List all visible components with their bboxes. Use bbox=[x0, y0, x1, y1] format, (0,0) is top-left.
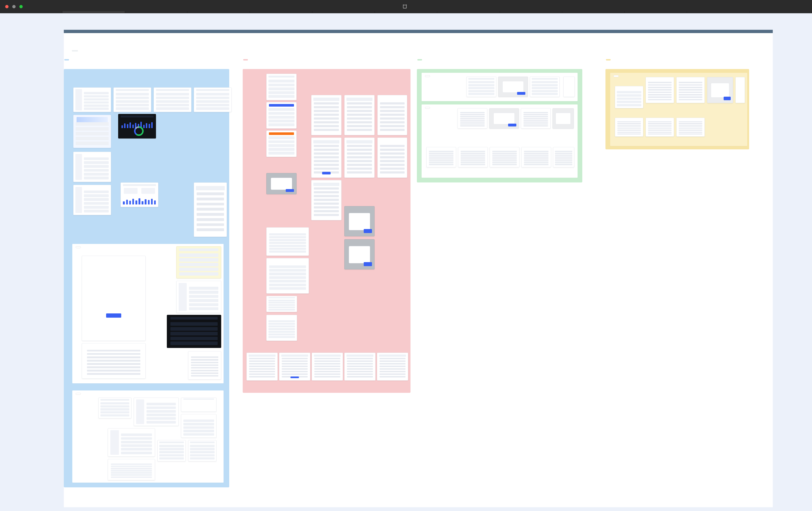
canvas-viewport[interactable] bbox=[0, 13, 812, 511]
artboard-thumbnail[interactable] bbox=[377, 95, 407, 135]
document-tab[interactable] bbox=[562, 11, 625, 13]
artboard-thumbnail[interactable] bbox=[458, 147, 488, 167]
artboard-thumbnail[interactable] bbox=[266, 296, 297, 312]
artboard-thumbnail-dark-dashboard[interactable] bbox=[118, 114, 156, 139]
artboard-thumbnail[interactable] bbox=[73, 115, 111, 148]
artboard-thumbnail[interactable] bbox=[108, 428, 155, 457]
artboard-thumbnail[interactable] bbox=[279, 353, 310, 380]
document-tab[interactable] bbox=[687, 11, 749, 13]
artboard-thumbnail[interactable] bbox=[246, 353, 278, 380]
section-panel-moodboard[interactable] bbox=[72, 391, 224, 483]
artboard-thumbnail[interactable] bbox=[553, 108, 574, 129]
artboard-thumbnail[interactable] bbox=[344, 95, 375, 135]
board[interactable] bbox=[64, 60, 773, 485]
document-tab[interactable] bbox=[125, 11, 187, 13]
artboard-thumbnail[interactable] bbox=[498, 77, 528, 97]
artboard-thumbnail-modal[interactable] bbox=[344, 206, 375, 236]
artboard-thumbnail-dark[interactable] bbox=[167, 315, 221, 348]
window-zoom-button[interactable] bbox=[19, 5, 23, 8]
artboard-thumbnail[interactable] bbox=[266, 74, 297, 100]
artboard-thumbnail[interactable] bbox=[176, 246, 221, 278]
artboard-thumbnail-modal[interactable] bbox=[344, 239, 375, 269]
artboard-thumbnail[interactable] bbox=[266, 258, 309, 293]
artboard-thumbnail[interactable] bbox=[181, 414, 216, 438]
window-minimize-button[interactable] bbox=[12, 5, 16, 8]
svg-rect-0 bbox=[403, 5, 406, 8]
artboard-thumbnail[interactable] bbox=[735, 77, 745, 103]
document-tab[interactable] bbox=[62, 11, 125, 13]
artboard-thumbnail[interactable] bbox=[426, 147, 456, 167]
document-tabstrip bbox=[0, 11, 812, 13]
artboard-thumbnail[interactable] bbox=[344, 353, 376, 380]
column-body-discover[interactable] bbox=[64, 69, 229, 487]
artboard-thumbnail[interactable] bbox=[266, 315, 297, 341]
column-label-develop bbox=[417, 59, 422, 60]
artboard-thumbnail[interactable] bbox=[311, 138, 342, 178]
document-tab[interactable] bbox=[312, 11, 375, 13]
artboard-thumbnail[interactable] bbox=[521, 147, 551, 167]
artboard-thumbnail[interactable] bbox=[73, 87, 111, 112]
artboard-thumbnail[interactable] bbox=[194, 87, 232, 112]
artboard-thumbnail-modal[interactable] bbox=[266, 173, 297, 194]
artboard-thumbnail[interactable] bbox=[466, 77, 496, 97]
artboard-thumbnail[interactable] bbox=[82, 343, 146, 379]
artboard-thumbnail[interactable] bbox=[344, 138, 375, 178]
section-panel-view-proposals[interactable] bbox=[422, 73, 578, 101]
section-panel-proposal-v1[interactable] bbox=[610, 73, 747, 146]
column-body-develop[interactable] bbox=[417, 69, 582, 182]
artboard-thumbnail[interactable] bbox=[266, 227, 309, 256]
page-frame[interactable] bbox=[64, 30, 773, 507]
artboard-thumbnail[interactable] bbox=[73, 152, 111, 182]
artboard-thumbnail[interactable] bbox=[553, 147, 574, 167]
artboard-thumbnail[interactable] bbox=[707, 77, 733, 103]
document-tab[interactable] bbox=[625, 11, 687, 13]
column-body-deliver[interactable] bbox=[605, 69, 749, 149]
artboard-thumbnail[interactable] bbox=[676, 77, 705, 103]
section-panel-section1[interactable] bbox=[72, 244, 224, 384]
artboard-thumbnail[interactable] bbox=[181, 398, 216, 412]
artboard-thumbnail[interactable] bbox=[311, 95, 342, 135]
artboard-thumbnail-analytics[interactable] bbox=[120, 182, 158, 207]
artboard-thumbnail[interactable] bbox=[82, 256, 146, 341]
artboard-thumbnail[interactable] bbox=[377, 138, 407, 178]
artboard-thumbnail[interactable] bbox=[194, 182, 227, 237]
artboard-thumbnail[interactable] bbox=[646, 77, 674, 103]
artboard-thumbnail[interactable] bbox=[676, 118, 705, 137]
artboard-thumbnail[interactable] bbox=[157, 440, 186, 461]
artboard-thumbnail[interactable] bbox=[311, 180, 342, 220]
document-tab[interactable] bbox=[250, 11, 312, 13]
artboard-thumbnail[interactable] bbox=[98, 398, 132, 418]
state-chip[interactable] bbox=[72, 50, 78, 52]
document-tab[interactable] bbox=[375, 11, 437, 13]
artboard-thumbnail[interactable] bbox=[563, 77, 575, 97]
artboard-thumbnail[interactable] bbox=[113, 87, 151, 112]
artboard-thumbnail[interactable] bbox=[615, 86, 643, 108]
artboard-thumbnail[interactable] bbox=[73, 185, 111, 215]
column-body-define[interactable] bbox=[243, 69, 410, 393]
artboard-thumbnail[interactable] bbox=[188, 351, 221, 379]
document-tab[interactable] bbox=[500, 11, 562, 13]
artboard-thumbnail[interactable] bbox=[521, 108, 551, 129]
section-panel-proposal[interactable] bbox=[422, 105, 578, 178]
artboard-thumbnail[interactable] bbox=[134, 398, 179, 426]
artboard-thumbnail[interactable] bbox=[108, 459, 155, 480]
window-titlebar bbox=[0, 0, 812, 13]
artboard-thumbnail[interactable] bbox=[154, 87, 192, 112]
artboard-thumbnail[interactable] bbox=[615, 118, 643, 137]
artboard-thumbnail[interactable] bbox=[530, 77, 560, 97]
document-tab[interactable] bbox=[187, 11, 250, 13]
artboard-thumbnail[interactable] bbox=[176, 281, 221, 313]
document-tab[interactable] bbox=[0, 11, 62, 13]
document-tab[interactable] bbox=[750, 11, 812, 13]
artboard-thumbnail[interactable] bbox=[489, 108, 519, 129]
artboard-thumbnail[interactable] bbox=[377, 353, 408, 380]
artboard-thumbnail[interactable] bbox=[490, 147, 519, 167]
artboard-thumbnail[interactable] bbox=[312, 353, 343, 380]
artboard-thumbnail[interactable] bbox=[188, 440, 216, 461]
artboard-thumbnail[interactable] bbox=[646, 118, 674, 137]
document-tab[interactable] bbox=[437, 11, 500, 13]
artboard-thumbnail[interactable] bbox=[458, 108, 487, 129]
window-close-button[interactable] bbox=[5, 5, 8, 8]
artboard-thumbnail[interactable] bbox=[266, 131, 297, 157]
artboard-thumbnail[interactable] bbox=[266, 102, 297, 129]
